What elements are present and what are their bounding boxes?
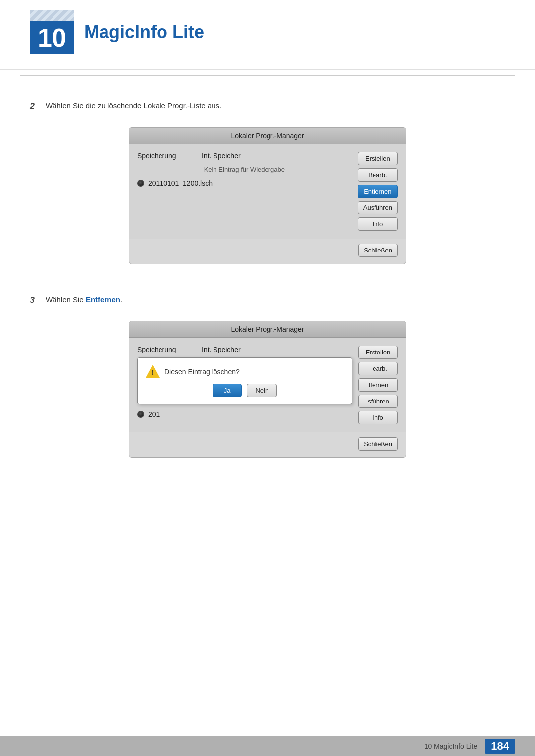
popup-text: Diesen Eintrag löschen?	[164, 368, 240, 376]
dialog2-col-int-speicher: Int. Speicher	[202, 346, 352, 353]
dialog1-columns: Speicherung Int. Speicher	[137, 152, 352, 160]
dialog2-ausfuhren-button[interactable]: sführen	[358, 395, 398, 408]
dialog2-entfernen-button[interactable]: tfernen	[358, 378, 398, 392]
warning-triangle: !	[146, 365, 160, 378]
dialog2-bearb-button[interactable]: earb.	[358, 362, 398, 375]
dialog2-body: Speicherung Int. Speicher ! Diesen Eintr…	[129, 338, 406, 432]
chapter-number-overlay: 10	[30, 21, 74, 55]
dialog1: Lokaler Progr.-Manager Speicherung Int. …	[129, 127, 406, 264]
step-2-number: 2	[30, 101, 40, 112]
main-content: 2 Wählen Sie die zu löschende Lokale Pro…	[0, 86, 535, 503]
dialog2-buttons: Erstellen earb. tfernen sführen Info	[358, 346, 398, 424]
dialog1-body: Speicherung Int. Speicher Kein Eintrag f…	[129, 144, 406, 239]
dialog1-main: Speicherung Int. Speicher Kein Eintrag f…	[137, 152, 352, 231]
dialog2-schliessen-button[interactable]: Schließen	[358, 437, 398, 451]
dialog1-title: Lokaler Progr.-Manager	[231, 132, 304, 140]
dialog2-entry-partial: 201	[148, 410, 160, 418]
col-int-speicher-label: Int. Speicher	[202, 152, 352, 160]
popup-message-row: ! Diesen Eintrag löschen?	[146, 365, 344, 379]
radio-icon-2	[137, 411, 144, 418]
page-footer: 10 MagicInfo Lite 184	[0, 736, 535, 756]
footer-page-number: 184	[485, 739, 515, 754]
dialog1-bottom: Schließen	[129, 239, 406, 264]
dialog2-bottom: Schließen	[129, 432, 406, 457]
warning-icon: !	[146, 365, 160, 379]
step-2-text: Wählen Sie die zu löschende Lokale Progr…	[46, 101, 221, 110]
entry1-label: 20110101_1200.lsch	[148, 179, 213, 187]
step-2-row: 2 Wählen Sie die zu löschende Lokale Pro…	[30, 101, 505, 112]
chapter-number: 10	[38, 25, 66, 50]
step-3-suffix: .	[120, 295, 122, 303]
chapter-title: MagicInfo Lite	[84, 22, 204, 43]
step-3-row: 3 Wählen Sie Entfernen.	[30, 294, 505, 305]
chapter-number-block: 10	[30, 10, 74, 54]
dialog1-entfernen-button[interactable]: Entfernen	[358, 185, 398, 198]
step-3-number: 3	[30, 295, 40, 305]
dialog2-title: Lokaler Progr.-Manager	[231, 325, 304, 333]
dialog2-wrapper: Lokaler Progr.-Manager Speicherung Int. …	[30, 313, 505, 473]
popup-nein-button[interactable]: Nein	[247, 384, 277, 397]
dialog1-schliessen-button[interactable]: Schließen	[358, 244, 398, 257]
no-entry-text: Kein Eintrag für Wiedergabe	[137, 164, 352, 177]
col-speicherung-label: Speicherung	[137, 152, 197, 160]
dialog1-entry1[interactable]: 20110101_1200.lsch	[137, 177, 352, 189]
step-3-text: Wählen Sie Entfernen.	[46, 294, 122, 303]
dialog2-info-button[interactable]: Info	[358, 411, 398, 424]
dialog1-erstellen-button[interactable]: Erstellen	[358, 152, 398, 165]
step-3-prefix: Wählen Sie	[46, 295, 86, 303]
dialog1-buttons: Erstellen Bearb. Entfernen Ausführen Inf…	[358, 152, 398, 231]
header-divider	[20, 75, 515, 76]
popup-ja-button[interactable]: Ja	[213, 384, 242, 397]
step-3-highlight: Entfernen	[86, 295, 120, 303]
dialog1-titlebar: Lokaler Progr.-Manager	[129, 128, 406, 144]
warning-exclamation: !	[152, 369, 154, 377]
dialog1-info-button[interactable]: Info	[358, 217, 398, 231]
dialog2-columns: Speicherung Int. Speicher	[137, 346, 352, 353]
dialog2-main: Speicherung Int. Speicher ! Diesen Eintr…	[137, 346, 352, 424]
confirmation-popup: ! Diesen Eintrag löschen? Ja Nein	[137, 357, 352, 404]
dialog2: Lokaler Progr.-Manager Speicherung Int. …	[129, 321, 406, 458]
popup-buttons: Ja Nein	[146, 384, 344, 397]
radio-icon-1	[137, 180, 144, 187]
footer-chapter-label: 10 MagicInfo Lite	[425, 742, 478, 750]
dialog2-titlebar: Lokaler Progr.-Manager	[129, 321, 406, 338]
dialog2-erstellen-button[interactable]: Erstellen	[358, 346, 398, 359]
dialog2-entry1[interactable]: 201	[137, 408, 352, 420]
dialog1-wrapper: Lokaler Progr.-Manager Speicherung Int. …	[30, 120, 505, 279]
dialog1-ausfuhren-button[interactable]: Ausführen	[358, 201, 398, 214]
page-header: 10 MagicInfo Lite	[0, 0, 535, 70]
dialog2-col-speicherung: Speicherung	[137, 346, 197, 353]
dialog1-bearb-button[interactable]: Bearb.	[358, 168, 398, 182]
